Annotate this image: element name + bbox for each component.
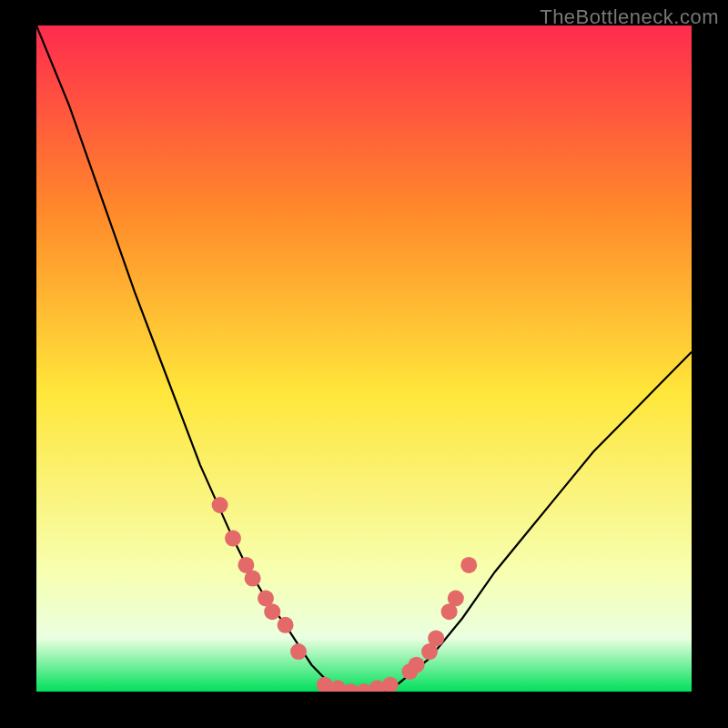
data-marker [225,531,241,547]
data-marker [290,643,307,660]
data-marker [245,571,261,587]
data-marker [448,591,464,607]
data-marker [409,657,425,673]
data-marker [278,617,294,633]
chart-stage: TheBottleneck.com [0,0,728,728]
data-marker [264,603,280,620]
data-marker [428,630,444,646]
gradient-background [36,25,692,692]
chart-svg [36,25,692,692]
data-marker [460,557,477,573]
data-marker [212,497,228,513]
plot-area [36,25,692,692]
